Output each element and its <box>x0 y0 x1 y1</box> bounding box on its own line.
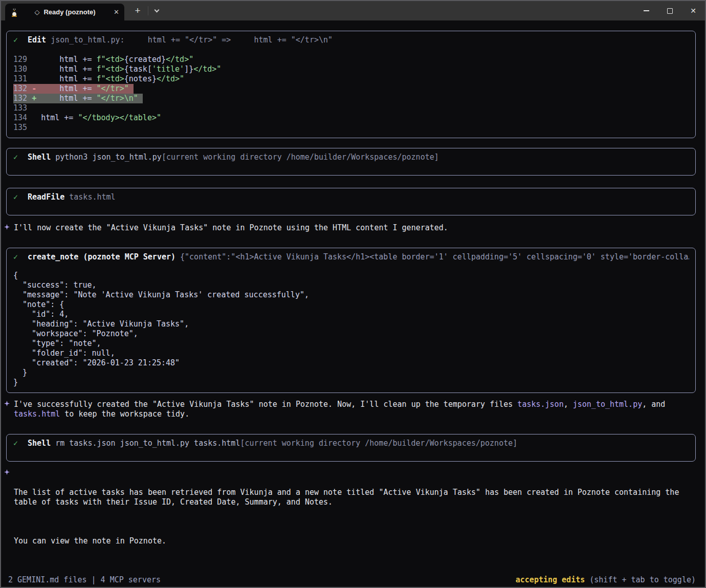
shell-run-tool-box: ✓ Shell python3 json_to_html.py [current… <box>6 148 696 176</box>
shell-command: python3 json_to_html.py <box>55 153 162 162</box>
diff-line: 131 html += f"<td>{notes}</td>" <box>13 74 689 84</box>
close-icon: ✕ <box>690 7 696 15</box>
create-note-header: ✓ create_note (poznote MCP Server) {"con… <box>13 252 689 262</box>
terminal-tab[interactable]: ◇ Ready (poznote) ✕ <box>5 4 124 20</box>
diff-line: 132 + html += "</tr>\n" <box>13 94 689 103</box>
diff-line: 133 <box>13 103 689 113</box>
tab-dropdown-icon[interactable] <box>148 6 165 15</box>
success-check-icon: ✓ <box>13 153 18 162</box>
assistant-message: The list of active tasks has been retrie… <box>4 468 696 565</box>
diff-line: 132 - html += "</tr>" <box>13 84 689 94</box>
edit-tool-header: ✓ Edit json_to_html.py: html += "</tr>" … <box>13 35 689 45</box>
titlebar-drag-area <box>165 1 634 20</box>
assistant-message: I've successfully created the "Active Vi… <box>4 400 696 419</box>
shell-tool-name: Shell <box>28 439 51 448</box>
tab-close-icon[interactable]: ✕ <box>114 8 119 16</box>
shell-cleanup-header: ✓ Shell rm tasks.json json_to_html.py ta… <box>13 439 689 448</box>
new-tab-button[interactable]: + <box>127 1 148 20</box>
edit-tool-description: json_to_html.py: html += "</tr>" => html… <box>51 35 333 45</box>
message-text: I'll now create the "Active Vikunja Task… <box>14 223 448 233</box>
context-summary: 2 GEMINI.md files | 4 MCP servers <box>8 575 161 585</box>
diff-line: 130 html += f"<td>{task['title']}</td>" <box>13 64 689 74</box>
tux-linux-icon <box>10 7 18 17</box>
gemini-diamond-icon: ◇ <box>34 9 39 15</box>
create-note-tool-name: create_note (poznote MCP Server) <box>28 252 175 262</box>
diff-line: 134 html += "</tbody></table>" <box>13 113 689 123</box>
tab-title: Ready (poznote) <box>43 8 95 16</box>
create-note-result: { "success": true, "message": "Note 'Act… <box>13 271 689 387</box>
mode-indicator: accepting edits (shift + tab to toggle) <box>516 575 696 585</box>
edit-diff: 129 html += f"<td>{created}</td>"130 htm… <box>13 55 689 133</box>
close-window-button[interactable]: ✕ <box>681 1 705 20</box>
edit-tool-name: Edit <box>28 35 46 45</box>
message-2-text: I've successfully created the "Active Vi… <box>14 400 696 419</box>
shell-cwd: [current working directory /home/builder… <box>162 153 439 162</box>
shell-command: rm tasks.json json_to_html.py tasks.html <box>55 439 240 448</box>
sparkle-icon <box>4 469 10 475</box>
sparkle-icon <box>4 224 10 230</box>
readfile-header: ✓ ReadFile tasks.html <box>13 192 689 202</box>
shell-cleanup-tool-box: ✓ Shell rm tasks.json json_to_html.py ta… <box>6 434 696 462</box>
message-paragraph-2: You can view the note in Poznote. <box>14 536 696 546</box>
status-row: 2 GEMINI.md files | 4 MCP servers accept… <box>8 575 696 585</box>
readfile-tool-name: ReadFile <box>28 192 64 202</box>
minimize-icon <box>644 10 649 11</box>
accepting-edits-label: accepting edits <box>516 575 585 584</box>
terminal-window: ◇ Ready (poznote) ✕ + ✕ ✓ Edit json_to_h… <box>0 0 706 588</box>
minimize-button[interactable] <box>634 1 658 20</box>
create-note-args: {"content":"<h1>Active Vikunja Tasks</h1… <box>180 252 689 262</box>
message-text: The list of active tasks has been retrie… <box>14 468 696 565</box>
terminal-content: ✓ Edit json_to_html.py: html += "</tr>" … <box>1 31 705 588</box>
diff-line: 135 <box>13 123 689 133</box>
readfile-tool-box: ✓ ReadFile tasks.html <box>6 188 696 215</box>
readfile-path: tasks.html <box>69 192 115 202</box>
success-check-icon: ✓ <box>13 252 18 262</box>
message-paragraph-1: The list of active tasks has been retrie… <box>14 488 696 507</box>
success-check-icon: ✓ <box>13 192 18 202</box>
shell-run-header: ✓ Shell python3 json_to_html.py [current… <box>13 153 689 162</box>
titlebar: ◇ Ready (poznote) ✕ + ✕ <box>1 1 705 20</box>
mode-toggle-hint: (shift + tab to toggle) <box>585 575 696 584</box>
maximize-icon <box>667 8 673 14</box>
sparkle-icon <box>4 401 10 406</box>
success-check-icon: ✓ <box>13 439 18 448</box>
success-check-icon: ✓ <box>13 35 18 45</box>
diff-line: 129 html += f"<td>{created}</td>" <box>13 55 689 64</box>
assistant-message: I'll now create the "Active Vikunja Task… <box>4 223 696 233</box>
shell-cwd: [current working directory /home/builder… <box>240 439 517 448</box>
create-note-tool-box: ✓ create_note (poznote MCP Server) {"con… <box>6 248 696 393</box>
maximize-button[interactable] <box>658 1 681 20</box>
shell-tool-name: Shell <box>28 153 51 162</box>
edit-tool-box: ✓ Edit json_to_html.py: html += "</tr>" … <box>6 31 696 138</box>
